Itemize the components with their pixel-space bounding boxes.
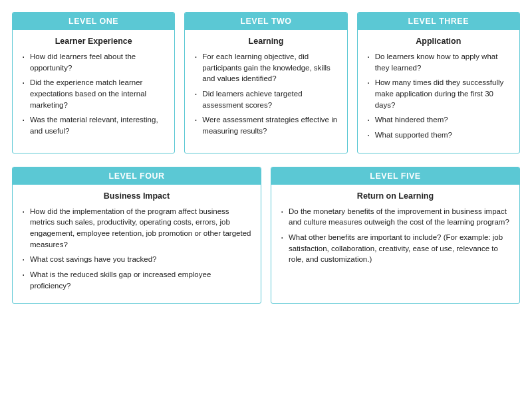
level-five-header: LEVEL FIVE: [271, 167, 519, 185]
level-three-header: LEVEL THREE: [358, 13, 519, 30]
level-two-bullet-2: Were assessment strategies effective in …: [193, 114, 338, 136]
level-three-bullet-0: Do learners know how to apply what they …: [366, 51, 511, 73]
level-one-bullet-1: Did the experience match learner expecta…: [21, 77, 166, 110]
level-four-bullets: How did the implementation of the progra…: [21, 206, 253, 292]
card-level-three: LEVEL THREEApplicationDo learners know h…: [357, 12, 520, 153]
level-four-bullet-0: How did the implementation of the progra…: [21, 206, 253, 250]
bottom-grid: LEVEL FOURBusiness ImpactHow did the imp…: [12, 167, 520, 304]
level-one-header: LEVEL ONE: [13, 13, 174, 30]
level-three-bullet-2: What hindered them?: [366, 114, 511, 126]
card-level-one: LEVEL ONELearner ExperienceHow did learn…: [12, 12, 175, 153]
level-one-body: Learner ExperienceHow did learners feel …: [13, 30, 174, 149]
level-five-bullets: Do the monetary benefits of the improvem…: [279, 206, 511, 265]
level-five-subtitle: Return on Learning: [279, 191, 511, 201]
level-one-subtitle: Learner Experience: [21, 37, 166, 46]
level-four-body: Business ImpactHow did the implementatio…: [13, 185, 261, 304]
level-five-body: Return on LearningDo the monetary benefi…: [271, 185, 519, 277]
level-four-bullet-2: What is the reduced skills gap or increa…: [21, 269, 253, 291]
level-four-header: LEVEL FOUR: [13, 167, 261, 185]
level-four-bullet-1: What cost savings have you tracked?: [21, 254, 253, 265]
level-three-body: ApplicationDo learners know how to apply…: [358, 30, 519, 153]
level-five-bullet-0: Do the monetary benefits of the improvem…: [279, 206, 511, 228]
level-three-bullets: Do learners know how to apply what they …: [366, 51, 511, 141]
level-two-bullet-0: For each learning objective, did partici…: [193, 51, 338, 84]
level-three-subtitle: Application: [366, 37, 511, 46]
level-one-bullet-2: Was the material relevant, interesting, …: [21, 114, 166, 136]
level-two-subtitle: Learning: [193, 37, 338, 46]
level-five-bullet-1: What other benefits are important to inc…: [279, 232, 511, 265]
top-grid: LEVEL ONELearner ExperienceHow did learn…: [12, 12, 520, 153]
level-two-bullet-1: Did learners achieve targeted assessment…: [193, 88, 338, 110]
level-two-body: LearningFor each learning objective, did…: [185, 30, 346, 149]
level-two-header: LEVEL TWO: [185, 13, 346, 30]
card-level-four: LEVEL FOURBusiness ImpactHow did the imp…: [12, 167, 261, 304]
card-level-two: LEVEL TWOLearningFor each learning objec…: [184, 12, 347, 153]
level-one-bullets: How did learners feel about the opportun…: [21, 51, 166, 137]
level-one-bullet-0: How did learners feel about the opportun…: [21, 51, 166, 73]
level-three-bullet-3: What supported them?: [366, 130, 511, 141]
level-four-subtitle: Business Impact: [21, 191, 253, 201]
card-level-five: LEVEL FIVEReturn on LearningDo the monet…: [271, 167, 520, 304]
level-three-bullet-1: How many times did they successfully mak…: [366, 77, 511, 110]
level-two-bullets: For each learning objective, did partici…: [193, 51, 338, 137]
